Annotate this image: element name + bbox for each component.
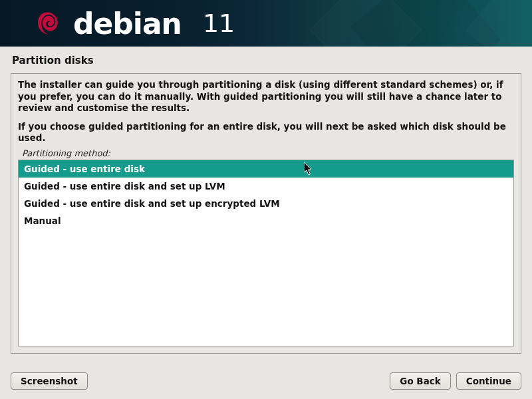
- button-row: Screenshot Go Back Continue: [11, 372, 521, 390]
- partition-option[interactable]: Guided - use entire disk: [19, 160, 513, 178]
- logo-area: debian 11: [33, 7, 235, 41]
- partition-option[interactable]: Guided - use entire disk and set up encr…: [19, 195, 513, 212]
- banner-decoration: [350, 0, 500, 47]
- brand-version: 11: [203, 9, 235, 38]
- debian-swirl-icon: [33, 10, 61, 38]
- screenshot-button[interactable]: Screenshot: [11, 372, 88, 390]
- content-panel: The installer can guide you through part…: [11, 73, 521, 354]
- continue-button[interactable]: Continue: [456, 372, 521, 390]
- banner-decoration: [466, 0, 532, 47]
- instruction-paragraph-1: The installer can guide you through part…: [18, 79, 514, 114]
- field-label: Partitioning method:: [18, 148, 514, 160]
- banner-decoration: [309, 0, 422, 47]
- go-back-button[interactable]: Go Back: [390, 372, 450, 390]
- partition-option[interactable]: Manual: [19, 212, 513, 229]
- brand-name: debian: [73, 7, 182, 41]
- page-title: Partition disks: [0, 47, 532, 72]
- installer-banner: debian 11: [0, 0, 532, 47]
- partition-option[interactable]: Guided - use entire disk and set up LVM: [19, 178, 513, 195]
- instruction-paragraph-2: If you choose guided partitioning for an…: [18, 121, 514, 144]
- partitioning-method-list[interactable]: Guided - use entire diskGuided - use ent…: [18, 160, 514, 346]
